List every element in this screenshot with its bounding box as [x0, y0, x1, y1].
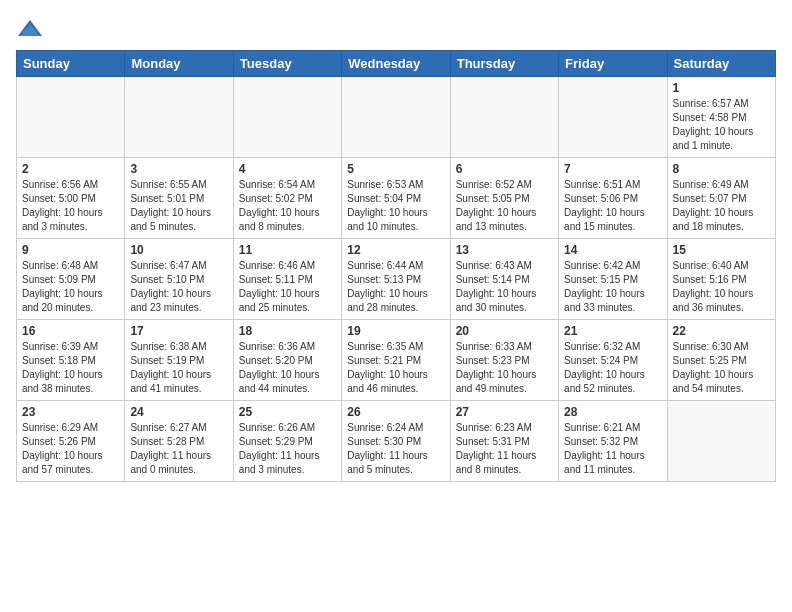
day-cell: 14Sunrise: 6:42 AM Sunset: 5:15 PM Dayli… [559, 239, 667, 320]
day-cell [125, 77, 233, 158]
day-number: 22 [673, 324, 770, 338]
day-cell: 7Sunrise: 6:51 AM Sunset: 5:06 PM Daylig… [559, 158, 667, 239]
day-number: 24 [130, 405, 227, 419]
day-info: Sunrise: 6:42 AM Sunset: 5:15 PM Dayligh… [564, 259, 661, 315]
weekday-header-sunday: Sunday [17, 51, 125, 77]
weekday-header-friday: Friday [559, 51, 667, 77]
logo-icon [16, 16, 44, 44]
day-info: Sunrise: 6:29 AM Sunset: 5:26 PM Dayligh… [22, 421, 119, 477]
week-row-3: 16Sunrise: 6:39 AM Sunset: 5:18 PM Dayli… [17, 320, 776, 401]
day-info: Sunrise: 6:55 AM Sunset: 5:01 PM Dayligh… [130, 178, 227, 234]
day-cell: 10Sunrise: 6:47 AM Sunset: 5:10 PM Dayli… [125, 239, 233, 320]
day-cell [17, 77, 125, 158]
week-row-4: 23Sunrise: 6:29 AM Sunset: 5:26 PM Dayli… [17, 401, 776, 482]
day-cell: 1Sunrise: 6:57 AM Sunset: 4:58 PM Daylig… [667, 77, 775, 158]
week-row-1: 2Sunrise: 6:56 AM Sunset: 5:00 PM Daylig… [17, 158, 776, 239]
day-cell: 21Sunrise: 6:32 AM Sunset: 5:24 PM Dayli… [559, 320, 667, 401]
day-cell: 27Sunrise: 6:23 AM Sunset: 5:31 PM Dayli… [450, 401, 558, 482]
day-info: Sunrise: 6:36 AM Sunset: 5:20 PM Dayligh… [239, 340, 336, 396]
day-cell: 8Sunrise: 6:49 AM Sunset: 5:07 PM Daylig… [667, 158, 775, 239]
day-info: Sunrise: 6:57 AM Sunset: 4:58 PM Dayligh… [673, 97, 770, 153]
day-cell: 16Sunrise: 6:39 AM Sunset: 5:18 PM Dayli… [17, 320, 125, 401]
day-info: Sunrise: 6:35 AM Sunset: 5:21 PM Dayligh… [347, 340, 444, 396]
day-info: Sunrise: 6:40 AM Sunset: 5:16 PM Dayligh… [673, 259, 770, 315]
day-number: 7 [564, 162, 661, 176]
day-info: Sunrise: 6:47 AM Sunset: 5:10 PM Dayligh… [130, 259, 227, 315]
day-cell: 15Sunrise: 6:40 AM Sunset: 5:16 PM Dayli… [667, 239, 775, 320]
day-cell: 18Sunrise: 6:36 AM Sunset: 5:20 PM Dayli… [233, 320, 341, 401]
day-number: 21 [564, 324, 661, 338]
day-info: Sunrise: 6:27 AM Sunset: 5:28 PM Dayligh… [130, 421, 227, 477]
weekday-header-wednesday: Wednesday [342, 51, 450, 77]
day-number: 11 [239, 243, 336, 257]
day-info: Sunrise: 6:33 AM Sunset: 5:23 PM Dayligh… [456, 340, 553, 396]
day-cell: 20Sunrise: 6:33 AM Sunset: 5:23 PM Dayli… [450, 320, 558, 401]
day-cell [233, 77, 341, 158]
weekday-header-tuesday: Tuesday [233, 51, 341, 77]
day-number: 6 [456, 162, 553, 176]
day-cell [342, 77, 450, 158]
day-cell: 26Sunrise: 6:24 AM Sunset: 5:30 PM Dayli… [342, 401, 450, 482]
day-cell: 28Sunrise: 6:21 AM Sunset: 5:32 PM Dayli… [559, 401, 667, 482]
day-info: Sunrise: 6:26 AM Sunset: 5:29 PM Dayligh… [239, 421, 336, 477]
day-number: 2 [22, 162, 119, 176]
day-info: Sunrise: 6:46 AM Sunset: 5:11 PM Dayligh… [239, 259, 336, 315]
day-number: 25 [239, 405, 336, 419]
day-number: 26 [347, 405, 444, 419]
day-cell: 3Sunrise: 6:55 AM Sunset: 5:01 PM Daylig… [125, 158, 233, 239]
day-number: 16 [22, 324, 119, 338]
day-number: 13 [456, 243, 553, 257]
week-row-2: 9Sunrise: 6:48 AM Sunset: 5:09 PM Daylig… [17, 239, 776, 320]
day-info: Sunrise: 6:44 AM Sunset: 5:13 PM Dayligh… [347, 259, 444, 315]
day-info: Sunrise: 6:43 AM Sunset: 5:14 PM Dayligh… [456, 259, 553, 315]
day-number: 23 [22, 405, 119, 419]
weekday-header-row: SundayMondayTuesdayWednesdayThursdayFrid… [17, 51, 776, 77]
day-number: 8 [673, 162, 770, 176]
day-number: 5 [347, 162, 444, 176]
day-number: 1 [673, 81, 770, 95]
day-info: Sunrise: 6:30 AM Sunset: 5:25 PM Dayligh… [673, 340, 770, 396]
day-number: 14 [564, 243, 661, 257]
day-number: 3 [130, 162, 227, 176]
day-number: 18 [239, 324, 336, 338]
weekday-header-monday: Monday [125, 51, 233, 77]
day-number: 15 [673, 243, 770, 257]
day-cell: 22Sunrise: 6:30 AM Sunset: 5:25 PM Dayli… [667, 320, 775, 401]
day-number: 12 [347, 243, 444, 257]
day-info: Sunrise: 6:21 AM Sunset: 5:32 PM Dayligh… [564, 421, 661, 477]
day-info: Sunrise: 6:23 AM Sunset: 5:31 PM Dayligh… [456, 421, 553, 477]
day-number: 9 [22, 243, 119, 257]
day-cell: 25Sunrise: 6:26 AM Sunset: 5:29 PM Dayli… [233, 401, 341, 482]
day-cell: 2Sunrise: 6:56 AM Sunset: 5:00 PM Daylig… [17, 158, 125, 239]
day-info: Sunrise: 6:52 AM Sunset: 5:05 PM Dayligh… [456, 178, 553, 234]
weekday-header-saturday: Saturday [667, 51, 775, 77]
day-cell: 11Sunrise: 6:46 AM Sunset: 5:11 PM Dayli… [233, 239, 341, 320]
week-row-0: 1Sunrise: 6:57 AM Sunset: 4:58 PM Daylig… [17, 77, 776, 158]
day-number: 28 [564, 405, 661, 419]
day-info: Sunrise: 6:32 AM Sunset: 5:24 PM Dayligh… [564, 340, 661, 396]
day-cell: 13Sunrise: 6:43 AM Sunset: 5:14 PM Dayli… [450, 239, 558, 320]
day-number: 27 [456, 405, 553, 419]
day-cell [559, 77, 667, 158]
day-info: Sunrise: 6:39 AM Sunset: 5:18 PM Dayligh… [22, 340, 119, 396]
day-cell: 24Sunrise: 6:27 AM Sunset: 5:28 PM Dayli… [125, 401, 233, 482]
day-cell: 17Sunrise: 6:38 AM Sunset: 5:19 PM Dayli… [125, 320, 233, 401]
day-cell: 23Sunrise: 6:29 AM Sunset: 5:26 PM Dayli… [17, 401, 125, 482]
day-cell: 5Sunrise: 6:53 AM Sunset: 5:04 PM Daylig… [342, 158, 450, 239]
day-info: Sunrise: 6:48 AM Sunset: 5:09 PM Dayligh… [22, 259, 119, 315]
day-number: 20 [456, 324, 553, 338]
day-cell: 9Sunrise: 6:48 AM Sunset: 5:09 PM Daylig… [17, 239, 125, 320]
day-info: Sunrise: 6:56 AM Sunset: 5:00 PM Dayligh… [22, 178, 119, 234]
day-cell [667, 401, 775, 482]
day-number: 19 [347, 324, 444, 338]
day-info: Sunrise: 6:54 AM Sunset: 5:02 PM Dayligh… [239, 178, 336, 234]
day-info: Sunrise: 6:53 AM Sunset: 5:04 PM Dayligh… [347, 178, 444, 234]
calendar: SundayMondayTuesdayWednesdayThursdayFrid… [16, 50, 776, 482]
day-cell: 4Sunrise: 6:54 AM Sunset: 5:02 PM Daylig… [233, 158, 341, 239]
day-info: Sunrise: 6:49 AM Sunset: 5:07 PM Dayligh… [673, 178, 770, 234]
day-info: Sunrise: 6:38 AM Sunset: 5:19 PM Dayligh… [130, 340, 227, 396]
day-info: Sunrise: 6:24 AM Sunset: 5:30 PM Dayligh… [347, 421, 444, 477]
day-cell: 12Sunrise: 6:44 AM Sunset: 5:13 PM Dayli… [342, 239, 450, 320]
weekday-header-thursday: Thursday [450, 51, 558, 77]
logo [16, 16, 48, 44]
